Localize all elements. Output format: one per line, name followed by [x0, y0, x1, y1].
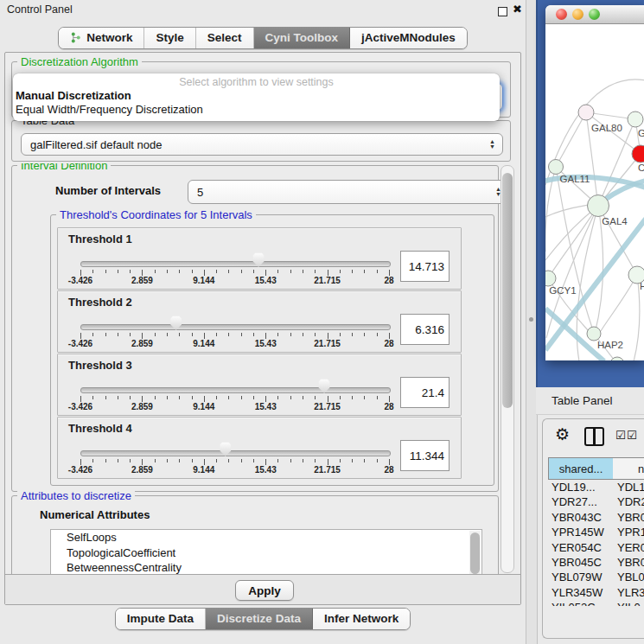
- column-header-shared[interactable]: shared...: [548, 457, 614, 480]
- tick-mark: [105, 396, 106, 399]
- cell-shared-name: YBL079W: [552, 570, 603, 584]
- algorithm-dropdown-popup: Select algorithm to view settings Manual…: [13, 73, 500, 121]
- tab-discretize-data[interactable]: Discretize Data: [206, 609, 313, 629]
- tick-mark: [130, 459, 131, 462]
- tick-mark: [80, 270, 81, 276]
- network-node-G[interactable]: [628, 112, 643, 127]
- close-icon[interactable]: ✖: [513, 3, 522, 16]
- table-panel: ⚙ ☑☑ shared... name YDL19...YDL1YDR27...…: [542, 418, 644, 639]
- cell-shared-name: YLR345W: [552, 585, 603, 600]
- threshold-value-field[interactable]: 14.713: [400, 251, 450, 282]
- tick-mark: [142, 333, 143, 339]
- column-layout-icon[interactable]: [584, 427, 604, 446]
- thresholds-group: Threshold's Coordinates for 5 Intervals …: [50, 214, 494, 486]
- minimize-traffic-light-icon[interactable]: [572, 9, 583, 20]
- tick-mark: [142, 459, 143, 465]
- slider-track[interactable]: [80, 450, 391, 456]
- table-row[interactable]: YPR145WYPR1: [548, 525, 644, 539]
- tab-cyni-toolbox[interactable]: Cyni Toolbox: [254, 28, 351, 48]
- network-icon: [70, 32, 81, 43]
- network-node-C[interactable]: [632, 145, 644, 163]
- column-header-name[interactable]: name: [613, 457, 644, 480]
- table-row[interactable]: YDL19...YDL1: [548, 480, 644, 494]
- number-of-intervals-value: 5: [197, 186, 203, 199]
- tick-mark: [352, 270, 353, 273]
- table-row[interactable]: YBR045CYBR0: [548, 555, 644, 570]
- close-traffic-light-icon[interactable]: [556, 9, 567, 20]
- tick-mark: [277, 333, 278, 336]
- float-window-icon[interactable]: [498, 7, 507, 16]
- list-scrollbar[interactable]: [469, 531, 481, 574]
- apply-button[interactable]: Apply: [235, 580, 294, 601]
- attribute-item[interactable]: TopologicalCoefficient: [51, 545, 481, 561]
- tick-label: 2.859: [131, 339, 153, 348]
- network-node-HAP2[interactable]: [587, 327, 601, 341]
- algorithm-option[interactable]: Manual Discretization: [16, 89, 131, 102]
- checkbox-icons[interactable]: ☑☑: [615, 428, 638, 442]
- tick-mark: [364, 396, 365, 399]
- tick-mark: [389, 459, 390, 465]
- zoom-traffic-light-icon[interactable]: [589, 9, 600, 20]
- tick-mark: [105, 333, 106, 336]
- cell-shared-name: YBR045C: [552, 555, 602, 570]
- tab-style[interactable]: Style: [144, 28, 195, 48]
- table-row[interactable]: YBR043CYBR0: [548, 510, 644, 525]
- network-node-GAL80[interactable]: [578, 105, 594, 120]
- splitter-grip-icon[interactable]: [529, 317, 533, 322]
- table-row[interactable]: YLR345WYLR3: [548, 585, 644, 600]
- tick-label: 15.43: [255, 465, 277, 475]
- network-edge: [545, 211, 592, 260]
- tab-label: jActiveMNodules: [361, 31, 456, 44]
- network-node-GAL11[interactable]: [549, 160, 564, 175]
- tick-mark: [364, 270, 365, 273]
- tick-label: 28: [384, 339, 393, 348]
- threshold-value-field[interactable]: 11.344: [400, 440, 450, 471]
- tab-impute-data[interactable]: Impute Data: [116, 609, 206, 629]
- tick-mark: [340, 270, 341, 273]
- panel-scrollbar[interactable]: [501, 165, 514, 573]
- attribute-item[interactable]: SelfLoops: [51, 530, 481, 545]
- threshold-value-field[interactable]: 6.316: [400, 314, 450, 345]
- tick-mark: [364, 333, 365, 336]
- slider-tick-labels: -3.4262.8599.14415.4321.71528: [80, 276, 389, 286]
- number-of-intervals-select[interactable]: 5 ▲▼: [188, 180, 509, 204]
- table-row[interactable]: YBL079WYBL0: [548, 570, 644, 584]
- tick-label: -3.426: [68, 465, 92, 475]
- network-edge: [556, 167, 592, 328]
- network-window-titlebar[interactable]: [545, 5, 644, 24]
- scrollbar-thumb[interactable]: [502, 173, 513, 408]
- table-data-select[interactable]: galFiltered.sif default node ▲▼: [21, 133, 503, 156]
- tick-mark: [253, 333, 254, 336]
- tick-mark: [253, 396, 254, 399]
- node-label: GAL80: [591, 123, 622, 133]
- tick-mark: [105, 459, 106, 462]
- tick-label: 9.144: [193, 402, 214, 411]
- table-row[interactable]: YIL052CYIL0: [548, 600, 644, 606]
- table-row[interactable]: YDR27...YDR2: [548, 494, 644, 509]
- network-node-GAL4[interactable]: [588, 195, 609, 217]
- tab-select[interactable]: Select: [196, 28, 254, 48]
- slider-track[interactable]: [80, 261, 391, 267]
- slider-track[interactable]: [80, 387, 391, 393]
- tick-mark: [290, 270, 291, 273]
- tick-mark: [192, 459, 193, 462]
- network-canvas[interactable]: GAL80GACGAL11GAL4GCY1HHAP2: [545, 24, 644, 360]
- tab-network[interactable]: Network: [59, 28, 144, 48]
- threshold-label: Threshold 4: [68, 422, 132, 435]
- algorithm-option[interactable]: Equal Width/Frequency Discretization: [16, 103, 203, 116]
- tick-mark: [92, 459, 93, 462]
- tick-mark: [92, 396, 93, 399]
- tick-mark: [352, 396, 353, 399]
- tick-mark: [92, 270, 93, 273]
- tab-jactivemnodules[interactable]: jActiveMNodules: [350, 28, 467, 48]
- slider-track[interactable]: [80, 324, 391, 330]
- network-node-GCY1[interactable]: [545, 271, 556, 286]
- tick-mark: [290, 333, 291, 336]
- node-label: GCY1: [549, 285, 576, 296]
- tab-infer-network[interactable]: Infer Network: [313, 609, 410, 629]
- numerical-attributes-list: SelfLoopsTopologicalCoefficientBetweenne…: [50, 529, 482, 574]
- threshold-value-field[interactable]: 21.4: [400, 377, 450, 408]
- table-row[interactable]: YER054CYER0: [548, 540, 644, 555]
- settings-gear-icon[interactable]: ⚙: [555, 424, 570, 444]
- attribute-item[interactable]: BetweennessCentrality: [51, 560, 481, 574]
